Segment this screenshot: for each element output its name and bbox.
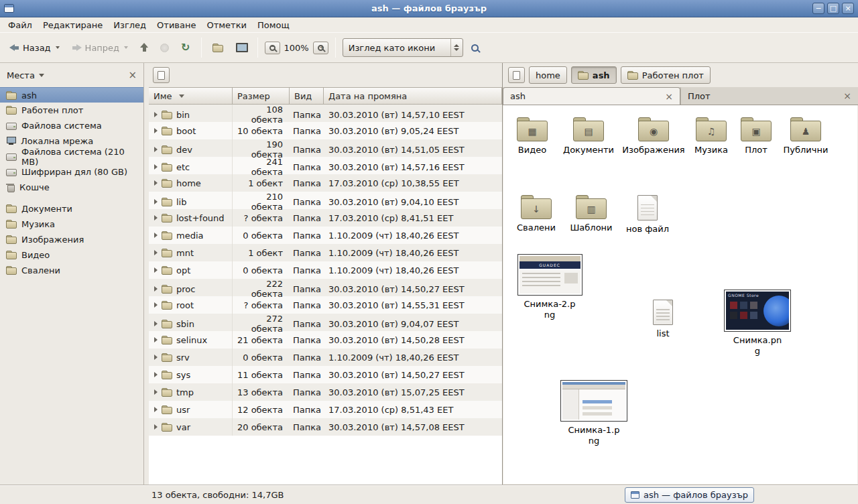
search-button[interactable]: [467, 40, 483, 56]
icon-grid-item[interactable]: ◉ GUADEC GNOME Store: [627, 117, 680, 155]
zoom-in-button[interactable]: [313, 42, 328, 54]
expander-icon[interactable]: [154, 215, 158, 220]
sidebar-title[interactable]: Места: [7, 70, 35, 80]
home-button[interactable]: [208, 40, 227, 56]
icon-grid-item[interactable]: GUADEC GNOME Store Снимка-1.png: [557, 380, 631, 446]
sidebar-item[interactable]: Видео: [0, 247, 143, 263]
expander-icon[interactable]: [154, 337, 158, 342]
table-row[interactable]: opt 0 обекта Папка 1.10.2009 (чт) 18,40,…: [149, 261, 502, 279]
maximize-button[interactable]: □: [827, 3, 839, 14]
column-header[interactable]: Размер: [233, 88, 290, 105]
table-row[interactable]: var 20 обекта Папка 30.03.2010 (вт) 14,5…: [149, 418, 502, 436]
tab-close-icon[interactable]: ×: [843, 90, 851, 101]
pane-tab[interactable]: ash ×: [503, 87, 680, 105]
expander-icon[interactable]: [154, 147, 158, 152]
sidebar-item[interactable]: Документи: [0, 201, 143, 216]
sidebar-item[interactable]: Изображения: [0, 232, 143, 247]
table-row[interactable]: root ? обекта Папка 30.03.2010 (вт) 14,5…: [149, 296, 502, 314]
table-row[interactable]: etc 241 обекта Папка 30.03.2010 (вт) 14,…: [149, 157, 502, 174]
sidebar-dropdown-icon[interactable]: [39, 74, 44, 77]
up-button[interactable]: [136, 39, 152, 56]
location-toggle-button[interactable]: [508, 67, 525, 83]
taskbar-window-button[interactable]: ash — файлов браузър: [625, 487, 754, 503]
table-row[interactable]: proc 222 обекта Папка 30.03.2010 (вт) 14…: [149, 279, 502, 296]
sidebar-item[interactable]: Шифриран дял (80 GB): [0, 164, 143, 180]
expander-icon[interactable]: [154, 355, 158, 360]
icon-grid-item[interactable]: ▣ GUADEC GNOME Store: [737, 117, 776, 155]
expander-icon[interactable]: [154, 372, 158, 377]
table-row[interactable]: srv 0 обекта Папка 1.10.2009 (чт) 18,40,…: [149, 349, 502, 366]
path-button[interactable]: ash: [571, 66, 617, 84]
table-row[interactable]: boot 10 обекта Папка 30.03.2010 (вт) 9,0…: [149, 122, 502, 139]
sidebar-item[interactable]: Файлова система: [0, 118, 143, 133]
menu-item[interactable]: Помощ: [252, 19, 295, 32]
table-row[interactable]: usr 12 обекта Папка 17.03.2010 (ср) 8,51…: [149, 401, 502, 418]
pane-tab[interactable]: Плот ×: [680, 87, 858, 105]
expander-icon[interactable]: [154, 128, 158, 133]
column-header[interactable]: Вид: [290, 88, 324, 105]
expander-icon[interactable]: [154, 286, 158, 292]
expander-icon[interactable]: [154, 389, 158, 395]
column-header[interactable]: Име: [149, 88, 233, 105]
sidebar-item[interactable]: Музика: [0, 216, 143, 232]
sidebar-item[interactable]: Кошче: [0, 180, 143, 195]
icon-grid-item[interactable]: GUADEC GNOME Store нов файл: [624, 195, 671, 235]
table-row[interactable]: dev 190 обекта Папка 30.03.2010 (вт) 14,…: [149, 139, 502, 157]
location-toggle-button[interactable]: [153, 67, 170, 83]
icon-grid-item[interactable]: ▦ GUADEC GNOME Store: [510, 117, 554, 155]
icon-grid-item[interactable]: ♟ GUADEC GNOME Store: [781, 117, 831, 155]
icon-grid-item[interactable]: ↓ GUADEC GNOME Store: [513, 195, 560, 233]
table-row[interactable]: selinux 21 обекта Папка 30.03.2010 (вт) …: [149, 331, 502, 349]
column-header[interactable]: Дата на промяна: [324, 88, 502, 105]
expander-icon[interactable]: [154, 321, 158, 326]
expander-icon[interactable]: [154, 164, 158, 170]
icon-grid-item[interactable]: GUADEC GNOME Store list: [643, 300, 683, 339]
expander-icon[interactable]: [154, 424, 158, 430]
table-row[interactable]: mnt 1 обект Папка 1.10.2009 (чт) 18,40,2…: [149, 244, 502, 261]
icon-grid-item[interactable]: ▥ GUADEC GNOME Store: [568, 195, 615, 233]
table-row[interactable]: tmp 13 обекта Папка 30.03.2010 (вт) 15,0…: [149, 383, 502, 401]
table-row[interactable]: home 1 обект Папка 17.03.2010 (ср) 10,38…: [149, 174, 502, 192]
icon-grid-item[interactable]: ▤ GUADEC GNOME Store: [560, 117, 617, 155]
close-button[interactable]: ×: [842, 3, 854, 14]
expander-icon[interactable]: [154, 250, 158, 255]
reload-button[interactable]: ↻: [177, 39, 194, 56]
icon-grid-item[interactable]: GUADEC GNOME Store Снимка-2.png: [514, 254, 585, 320]
table-row[interactable]: media 0 обекта Папка 1.10.2009 (чт) 18,4…: [149, 227, 502, 244]
icon-grid-item[interactable]: GUADEC GNOME Store Снимка.png: [721, 290, 794, 357]
stop-button[interactable]: [156, 40, 173, 56]
menu-item[interactable]: Редактиране: [38, 19, 108, 32]
path-button[interactable]: Работен плот: [621, 66, 711, 84]
sidebar-item[interactable]: Свалени: [0, 263, 143, 278]
view-mode-select[interactable]: Изглед като икони: [343, 38, 463, 57]
sidebar-item[interactable]: Работен плот: [0, 103, 143, 118]
expander-icon[interactable]: [154, 267, 158, 273]
table-row[interactable]: lost+found ? обекта Папка 17.03.2010 (ср…: [149, 209, 502, 227]
tab-close-icon[interactable]: ×: [665, 91, 673, 102]
combo-arrows-icon[interactable]: [450, 39, 463, 56]
sidebar-item[interactable]: Файлова система (210 MB): [0, 149, 143, 164]
menu-item[interactable]: Файл: [3, 19, 38, 32]
expander-icon[interactable]: [154, 233, 158, 238]
menu-item[interactable]: Отиване: [151, 19, 201, 32]
expander-icon[interactable]: [154, 407, 158, 412]
zoom-out-button[interactable]: [265, 42, 280, 54]
back-button[interactable]: Назад: [5, 39, 64, 57]
back-dropdown-icon[interactable]: [56, 46, 60, 49]
expander-icon[interactable]: [154, 112, 158, 117]
expander-icon[interactable]: [154, 180, 158, 186]
computer-button[interactable]: [231, 39, 251, 56]
sidebar-item[interactable]: ash: [0, 87, 143, 103]
path-button[interactable]: home: [529, 66, 567, 84]
minimize-button[interactable]: −: [812, 3, 824, 14]
forward-button[interactable]: Напред: [68, 39, 132, 57]
table-row[interactable]: sys 11 обекта Папка 30.03.2010 (вт) 14,5…: [149, 366, 502, 383]
table-row[interactable]: lib 210 обекта Папка 30.03.2010 (вт) 9,0…: [149, 192, 502, 209]
icon-grid-item[interactable]: ♫ GUADEC GNOME Store: [688, 117, 734, 155]
sidebar-close-icon[interactable]: ×: [128, 71, 137, 80]
expander-icon[interactable]: [154, 199, 158, 204]
table-row[interactable]: bin 108 обекта Папка 30.03.2010 (вт) 14,…: [149, 105, 502, 122]
menu-item[interactable]: Отметки: [201, 19, 251, 32]
expander-icon[interactable]: [154, 302, 158, 308]
menu-item[interactable]: Изглед: [108, 19, 151, 32]
